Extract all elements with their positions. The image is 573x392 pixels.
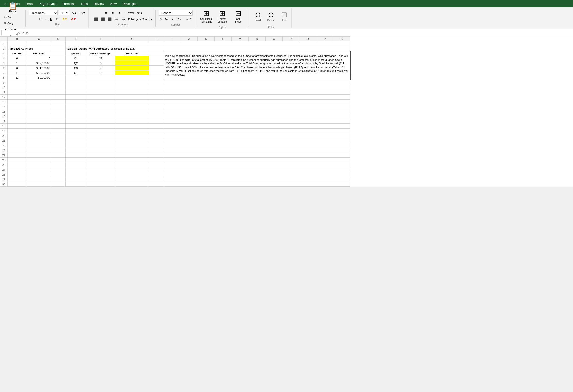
fill-color-button[interactable]: A▼ (61, 17, 69, 22)
format-cells-button[interactable]: ⊞ For (278, 7, 290, 24)
border-button[interactable]: ⊡ (54, 17, 60, 22)
col-g-header[interactable]: G (115, 36, 149, 41)
cell-d6[interactable] (51, 66, 66, 70)
cell-c3[interactable]: Unit cost (27, 51, 51, 56)
cell-c1[interactable] (27, 41, 51, 46)
cut-button[interactable]: ✂ Cut (3, 15, 22, 20)
align-center-btn[interactable]: ⬛ (100, 17, 106, 22)
cell-d5[interactable] (51, 61, 66, 66)
formula-input[interactable] (30, 30, 572, 35)
cell-b8[interactable]: 21 (7, 75, 27, 80)
cell-b3[interactable]: # of Ads (7, 51, 27, 56)
cell-h1[interactable] (149, 41, 164, 46)
col-f-header[interactable]: F (86, 36, 115, 41)
col-n-header[interactable]: N (249, 36, 266, 41)
cell-f6[interactable]: 7 (86, 66, 115, 70)
cell-e6[interactable]: Q3 (66, 66, 86, 70)
col-k-header[interactable]: K (198, 36, 215, 41)
format-as-table-button[interactable]: ⊞ Format as Table (215, 7, 230, 24)
menu-review[interactable]: Review (91, 1, 107, 7)
cell-c6[interactable]: $ 11,000.00 (27, 66, 51, 70)
cell-f5[interactable]: 3 (86, 61, 115, 66)
italic-button[interactable]: I (44, 17, 48, 22)
col-i-header[interactable]: I (164, 36, 181, 41)
cancel-btn[interactable]: ✕ (18, 31, 20, 35)
confirm-btn[interactable]: ✓ (22, 31, 25, 35)
increase-font-btn[interactable]: A▲ (70, 10, 78, 16)
paste-button[interactable]: 📋 Paste (6, 0, 19, 14)
cell-g3[interactable]: Total Cost (115, 51, 149, 56)
cell-d2[interactable] (51, 46, 66, 51)
copy-button[interactable]: ⧉ Copy (3, 21, 22, 26)
cell-d1[interactable] (51, 41, 66, 46)
increase-decimal-btn[interactable]: .0→ (175, 17, 183, 22)
cell-i8[interactable] (350, 75, 352, 80)
cell-c8[interactable]: $ 9,000.00 (27, 75, 51, 80)
font-size-select[interactable]: 11 (59, 10, 69, 16)
merge-center-button[interactable]: ⊞ Merge & Center ▾ (128, 18, 152, 21)
col-p-header[interactable]: P (283, 36, 300, 41)
cell-d3[interactable] (51, 51, 66, 56)
col-l-header[interactable]: L (215, 36, 232, 41)
col-r-header[interactable]: R (316, 36, 333, 41)
cell-f1[interactable] (86, 41, 115, 46)
cell-g1[interactable] (115, 41, 149, 46)
cell-b5[interactable]: 1 (7, 61, 27, 66)
cell-f4[interactable]: 22 (86, 56, 115, 61)
bold-button[interactable]: B (38, 17, 43, 22)
number-format-select[interactable]: General (159, 10, 193, 16)
cell-f3[interactable]: Total Ads bought (86, 51, 115, 56)
cell-h2[interactable] (149, 46, 164, 51)
col-q-header[interactable]: Q (300, 36, 316, 41)
col-j-header[interactable]: J (181, 36, 198, 41)
cell-e2[interactable]: Table 1B: Quarterly Ad purchases for Sma… (66, 46, 149, 51)
cell-i1[interactable] (164, 41, 350, 46)
cell-e4[interactable]: Q1 (66, 56, 86, 61)
cell-h7[interactable] (149, 70, 164, 75)
comma-btn[interactable]: › (170, 17, 174, 22)
col-c-header[interactable]: C (27, 36, 51, 41)
cell-f8[interactable] (86, 75, 115, 80)
conditional-formatting-button[interactable]: ⊞ Conditional Formatting (199, 7, 214, 24)
cell-d8[interactable] (51, 75, 66, 80)
cell-g4[interactable] (115, 56, 149, 61)
font-name-select[interactable]: Times New... (29, 10, 58, 16)
cell-g5[interactable] (115, 61, 149, 66)
col-b-header[interactable]: B (7, 36, 27, 41)
cell-d4[interactable] (51, 56, 66, 61)
cell-e1[interactable] (66, 41, 86, 46)
cell-e3[interactable]: Quarter (66, 51, 86, 56)
cell-h6[interactable] (149, 66, 164, 70)
indent-decrease-btn[interactable]: ⇤ (114, 17, 119, 22)
cell-d7[interactable] (51, 70, 66, 75)
cell-e5[interactable]: Q2 (66, 61, 86, 66)
cell-b4[interactable]: 0 (7, 56, 27, 61)
cell-c5[interactable]: $ 12,000.00 (27, 61, 51, 66)
menu-data[interactable]: Data (79, 1, 90, 7)
col-h-header[interactable]: H (149, 36, 164, 41)
menu-formulas[interactable]: Formulas (60, 1, 78, 7)
cell-reference-input[interactable] (1, 30, 16, 35)
decrease-decimal-btn[interactable]: ←.0 (184, 17, 193, 22)
menu-draw[interactable]: Draw (23, 1, 35, 7)
wrap-text-button[interactable]: ⇔ Wrap Text ▾ (125, 11, 142, 15)
align-top-right-btn[interactable]: ≡ (117, 10, 122, 16)
underline-button[interactable]: U (49, 17, 54, 22)
col-s-header[interactable]: S (333, 36, 350, 41)
menu-view[interactable]: View (107, 1, 119, 7)
col-o-header[interactable]: O (266, 36, 283, 41)
cell-b2[interactable]: Table 1A: Ad Prices (7, 46, 51, 51)
cell-styles-button[interactable]: ⊟ Cell Styles (231, 7, 245, 24)
cell-g8[interactable] (115, 75, 149, 80)
dollar-btn[interactable]: $ (159, 17, 163, 22)
cell-g7[interactable] (115, 70, 149, 75)
cell-h8[interactable] (149, 75, 164, 80)
menu-page-layout[interactable]: Page Layout (36, 1, 59, 7)
col-m-header[interactable]: M (232, 36, 249, 41)
cell-c4[interactable]: 0 (27, 56, 51, 61)
menu-developer[interactable]: Developer (120, 1, 139, 7)
cell-b7[interactable]: 11 (7, 70, 27, 75)
col-d-header[interactable]: D (51, 36, 66, 41)
decrease-font-btn[interactable]: A▼ (79, 10, 87, 16)
cell-c7[interactable]: $ 10,000.00 (27, 70, 51, 75)
